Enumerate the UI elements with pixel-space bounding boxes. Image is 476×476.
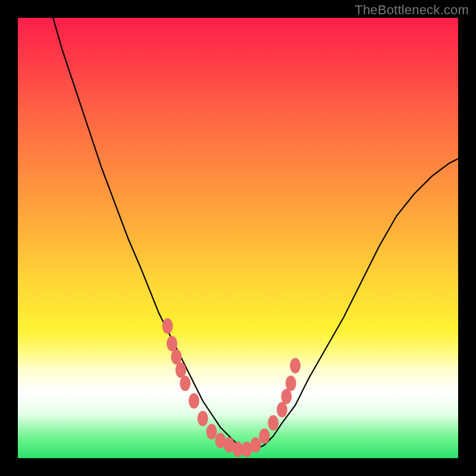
curve-marker [290, 358, 300, 374]
curve-marker [277, 402, 287, 418]
curve-marker [286, 375, 296, 391]
curve-marker [250, 437, 261, 453]
bottleneck-curve [53, 18, 458, 449]
curve-marker [268, 415, 278, 431]
curve-marker [167, 336, 177, 352]
marker-group [162, 318, 301, 457]
curve-marker [162, 318, 173, 334]
chart-svg [18, 18, 458, 458]
curve-marker [180, 375, 190, 391]
watermark-text: TheBottleneck.com [355, 2, 469, 18]
curve-marker [171, 349, 181, 365]
plot-area [18, 18, 458, 458]
curve-marker [206, 424, 217, 440]
curve-marker [198, 411, 208, 426]
curve-marker [259, 428, 270, 444]
curve-marker [189, 393, 199, 409]
chart-frame: TheBottleneck.com [0, 0, 476, 476]
curve-marker [176, 362, 186, 378]
curve-marker [281, 389, 292, 404]
